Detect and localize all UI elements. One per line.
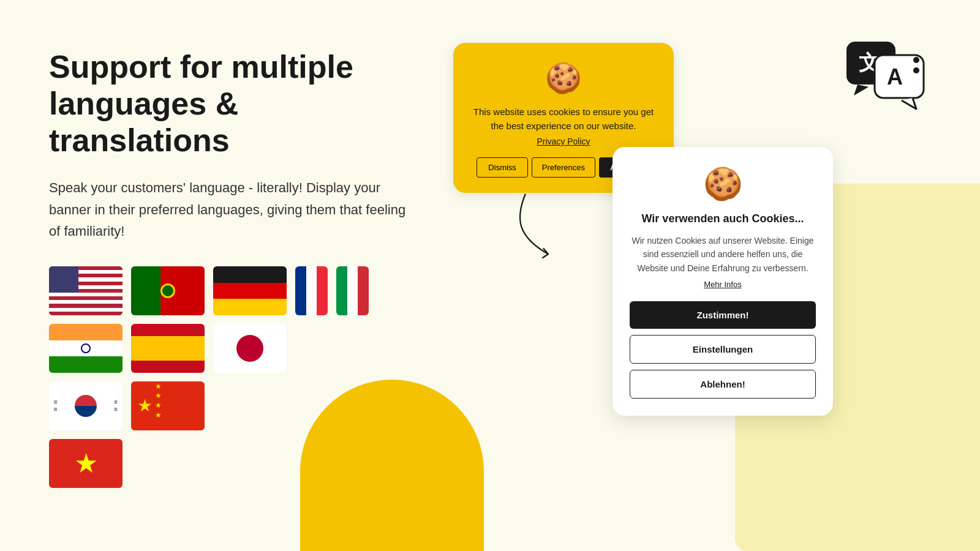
zustimmen-button[interactable]: Zustimmen! [630, 301, 816, 329]
flag-china: ★ ★ ★ ★ ★ [131, 381, 205, 430]
main-title: Support for multiple languages & transla… [49, 49, 417, 159]
flag-spain [131, 324, 205, 373]
flag-india [49, 324, 123, 373]
dismiss-button[interactable]: Dismiss [477, 157, 528, 178]
privacy-policy-link[interactable]: Privacy Policy [472, 137, 655, 146]
flag-germany [213, 266, 287, 315]
svg-point-4 [913, 57, 919, 63]
yellow-semicircle [300, 380, 484, 551]
flag-france-italy-cell [295, 266, 369, 315]
arrow-decoration [502, 190, 576, 263]
cookie-text-english: This website uses cookies to ensure you … [472, 105, 655, 133]
preferences-button[interactable]: Preferences [532, 157, 595, 178]
cookie-text-german: Wir nutzen Cookies auf unserer Website. … [630, 234, 816, 275]
flag-usa [49, 266, 123, 315]
translate-icon: 文 A [845, 37, 925, 110]
flag-vietnam: ★ [49, 439, 123, 488]
subtitle: Speak your customers' language - literal… [49, 177, 417, 242]
flag-portugal [131, 266, 205, 315]
flag-france [295, 266, 328, 315]
flag-italy [336, 266, 369, 315]
cookie-icon-english: 🍪 [472, 61, 655, 96]
mehr-infos-link[interactable]: Mehr Infos [630, 280, 816, 289]
cookie-title-german: Wir verwenden auch Cookies... [630, 212, 816, 225]
svg-text:A: A [887, 64, 903, 89]
cookie-banner-german: 🍪 Wir verwenden auch Cookies... Wir nutz… [612, 147, 833, 416]
flag-korea: ≡≡ ≡≡ [49, 381, 123, 430]
einstellungen-button[interactable]: Einstellungen [630, 335, 816, 364]
ablehnen-button[interactable]: Ablehnen! [630, 370, 816, 399]
svg-point-5 [913, 67, 919, 73]
flag-japan [213, 324, 287, 373]
cookie-icon-german: 🍪 [630, 165, 816, 203]
